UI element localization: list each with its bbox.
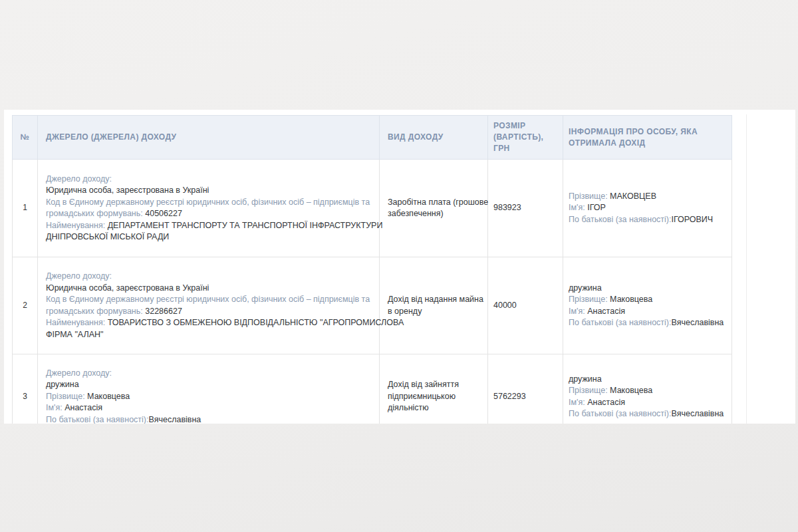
field-value: дружина <box>569 283 602 293</box>
column-header-source: ДЖЕРЕЛО (ДЖЕРЕЛА) ДОХОДУ <box>38 116 380 160</box>
field-value: забезпечення) <box>388 209 444 218</box>
field-value: ДНІПРОВСЬКОЇ МІСЬКОЇ РАДИ <box>46 232 169 241</box>
declaration-panel: № ДЖЕРЕЛО (ДЖЕРЕЛА) ДОХОДУ ВИД ДОХОДУ РО… <box>4 110 795 424</box>
cell-row-number: 3 <box>13 354 38 424</box>
field-value: ФІРМА "АЛАН" <box>46 330 103 339</box>
cell-person-info: дружинаПрізвище: МаковцеваІм'я: Анастасі… <box>563 257 732 354</box>
field-label: Код в Єдиному державному реєстрі юридичн… <box>46 295 370 304</box>
field-label: Джерело доходу: <box>46 368 112 378</box>
field-label: громадських формувань: <box>46 307 145 316</box>
field-label: Ім'я: <box>569 398 587 407</box>
text-line: Прізвище: Маковцева <box>569 385 726 397</box>
text-line: підприємницькою <box>388 391 479 403</box>
field-value: дружина <box>569 374 602 384</box>
cell-income-source: Джерело доходу:Юридична особа, зареєстро… <box>38 160 380 257</box>
field-value: Маковцева <box>87 392 130 401</box>
table-row: 1 Джерело доходу:Юридична особа, зареєст… <box>13 160 732 257</box>
text-line: Юридична особа, зареєстрована в Україні <box>46 283 368 295</box>
field-value: Заробітна плата (грошове <box>388 198 488 207</box>
cell-amount: 983923 <box>488 160 563 257</box>
field-value: діяльністю <box>388 403 429 412</box>
text-line: Прізвище: Маковцева <box>46 391 368 403</box>
text-line: ДНІПРОВСЬКОЇ МІСЬКОЇ РАДИ <box>46 231 368 243</box>
field-value: дружина <box>46 380 79 389</box>
field-value: Анастасія <box>587 307 625 316</box>
field-label: Прізвище: <box>569 386 610 395</box>
text-line: Джерело доходу: <box>46 174 368 186</box>
column-header-amount: РОЗМІР (ВАРТІСТЬ), ГРН <box>488 116 563 160</box>
text-line: діяльністю <box>388 402 479 414</box>
text-line: Ім'я: Анастасія <box>569 306 726 318</box>
field-value: Вячеславівна <box>671 409 724 418</box>
field-value: Анастасія <box>65 403 102 412</box>
field-label: Прізвище: <box>569 192 610 201</box>
field-value: ІГОР <box>587 203 606 212</box>
text-line: Заробітна плата (грошове <box>388 197 479 209</box>
field-label: Ім'я: <box>46 403 65 412</box>
text-line: Найменування: ТОВАРИСТВО З ОБМЕЖЕНОЮ ВІД… <box>46 317 368 329</box>
field-label: громадських формувань: <box>46 209 145 218</box>
text-line: Дохід від зайняття <box>388 379 479 391</box>
column-header-person: ІНФОРМАЦІЯ ПРО ОСОБУ, ЯКА ОТРИМАЛА ДОХІД <box>563 116 732 160</box>
cell-amount: 40000 <box>488 257 563 354</box>
text-line: Прізвище: Маковцева <box>569 294 726 306</box>
column-header-income-type: ВИД ДОХОДУ <box>380 116 488 160</box>
text-line: Код в Єдиному державному реєстрі юридичн… <box>46 294 368 306</box>
text-line: По батькові (за наявності):ІГОРОВИЧ <box>569 214 726 226</box>
cell-income-source: Джерело доходу:дружинаПрізвище: Маковцев… <box>38 354 380 424</box>
field-value: ТОВАРИСТВО З ОБМЕЖЕНОЮ ВІДПОВІДАЛЬНІСТЮ … <box>108 318 404 327</box>
cell-income-type: Дохід від надання майнав оренду <box>380 257 488 354</box>
field-value: Маковцева <box>610 295 652 304</box>
text-line: Джерело доходу: <box>46 368 368 380</box>
text-line: Ім'я: Анастасія <box>569 397 726 409</box>
cell-person-info: дружинаПрізвище: МаковцеваІм'я: Анастасі… <box>563 354 732 424</box>
field-label: Найменування: <box>46 221 108 230</box>
field-label: Ім'я: <box>569 203 587 212</box>
page-background: № ДЖЕРЕЛО (ДЖЕРЕЛА) ДОХОДУ ВИД ДОХОДУ РО… <box>0 0 798 532</box>
field-value: Дохід від зайняття <box>388 380 459 389</box>
field-value: Анастасія <box>587 398 625 407</box>
table-header-row: № ДЖЕРЕЛО (ДЖЕРЕЛА) ДОХОДУ ВИД ДОХОДУ РО… <box>13 116 732 160</box>
field-label: По батькові (за наявності): <box>569 215 671 224</box>
field-value: Юридична особа, зареєстрована в Україні <box>46 283 209 293</box>
field-value: 32286627 <box>145 307 182 316</box>
text-line: дружина <box>569 374 726 386</box>
field-value: в оренду <box>388 307 422 316</box>
field-value: ІГОРОВИЧ <box>671 215 713 224</box>
income-table: № ДЖЕРЕЛО (ДЖЕРЕЛА) ДОХОДУ ВИД ДОХОДУ РО… <box>12 115 732 424</box>
text-line: По батькові (за наявності):Вячеславівна <box>569 317 726 329</box>
field-value: 40506227 <box>145 209 182 218</box>
text-line: Прізвище: МАКОВЦЕВ <box>569 191 726 203</box>
field-label: Найменування: <box>46 318 108 327</box>
text-line: По батькові (за наявності):Вячеславівна <box>569 408 726 420</box>
field-label: По батькові (за наявності): <box>569 409 671 418</box>
cell-income-type: Заробітна плата (грошовезабезпечення) <box>380 160 488 257</box>
cell-person-info: Прізвище: МАКОВЦЕВІм'я: ІГОРПо батькові … <box>563 160 732 257</box>
column-header-num: № <box>13 116 38 160</box>
text-line: Юридична особа, зареєстрована в Україні <box>46 185 368 197</box>
table-row: 2 Джерело доходу:Юридична особа, зареєст… <box>13 257 732 354</box>
field-label: Джерело доходу: <box>46 174 112 184</box>
text-line: Дохід від надання майна <box>388 294 479 306</box>
field-label: По батькові (за наявності): <box>569 318 671 327</box>
cell-row-number: 1 <box>13 160 38 257</box>
cell-income-source: Джерело доходу:Юридична особа, зареєстро… <box>38 257 380 354</box>
table-row: 3 Джерело доходу:дружинаПрізвище: Маковц… <box>13 354 732 424</box>
text-line: ФІРМА "АЛАН" <box>46 329 368 341</box>
text-line: громадських формувань: 40506227 <box>46 208 368 220</box>
text-line: забезпечення) <box>388 208 479 220</box>
field-label: По батькові (за наявності): <box>46 415 148 424</box>
text-line: громадських формувань: 32286627 <box>46 306 368 318</box>
field-value: Дохід від надання майна <box>388 295 483 304</box>
cell-income-type: Дохід від зайняттяпідприємницькоюдіяльні… <box>380 354 488 424</box>
field-value: Вячеславівна <box>671 318 724 327</box>
text-line: Ім'я: Анастасія <box>46 402 368 414</box>
field-value: Маковцева <box>610 386 652 395</box>
text-line: По батькові (за наявності):Вячеславівна <box>46 414 368 424</box>
field-value: підприємницькою <box>388 392 456 401</box>
field-label: Прізвище: <box>569 295 610 304</box>
text-line: Найменування: ДЕПАРТАМЕНТ ТРАНСПОРТУ ТА … <box>46 220 368 232</box>
field-label: Джерело доходу: <box>46 271 112 281</box>
text-line: Ім'я: ІГОР <box>569 202 726 214</box>
text-line: Джерело доходу: <box>46 271 368 283</box>
